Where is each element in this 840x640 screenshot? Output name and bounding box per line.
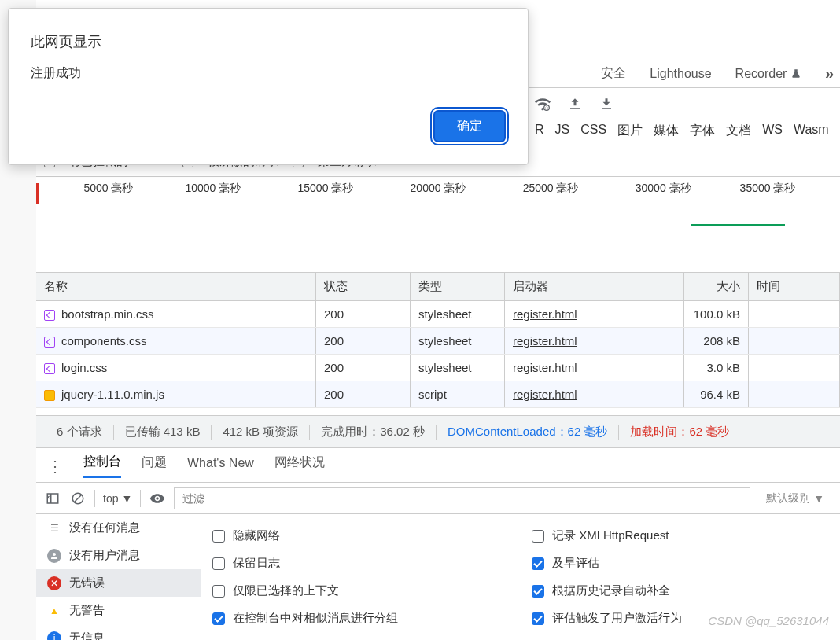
status-requests: 6 个请求 [46, 425, 114, 440]
tab-whatsnew[interactable]: What's New [187, 456, 254, 476]
cell-name: jquery-1.11.0.min.js [61, 388, 164, 401]
col-name[interactable]: 名称 [36, 273, 316, 300]
cell-size: 208 kB [684, 328, 749, 354]
col-type[interactable]: 类型 [411, 273, 505, 300]
cell-size: 3.0 kB [684, 355, 749, 381]
status-resources: 412 kB 项资源 [212, 425, 310, 440]
log-level-selector[interactable]: 默认级别 ▼ [758, 491, 832, 506]
cell-initiator[interactable]: register.html [513, 334, 577, 348]
filter-r[interactable]: R [535, 123, 544, 139]
sidebar-item-user[interactable]: 没有用户消息 [36, 542, 201, 569]
filter-media[interactable]: 媒体 [654, 123, 679, 139]
table-row[interactable]: bootstrap.min.css200stylesheetregister.h… [36, 301, 840, 328]
sidebar-toggle-icon[interactable] [44, 490, 61, 507]
checkbox-eager-eval[interactable] [532, 557, 544, 570]
cell-size: 100.0 kB [684, 301, 749, 327]
sidebar-item-all[interactable]: ☰没有任何消息 [36, 514, 201, 542]
filter-js[interactable]: JS [555, 123, 570, 139]
upload-icon[interactable] [568, 97, 582, 113]
css-file-icon [44, 363, 55, 374]
js-alert-dialog: 此网页显示 注册成功 确定 [8, 8, 529, 165]
cell-time [749, 301, 840, 327]
cell-time [749, 328, 840, 354]
sidebar-item-info[interactable]: i无信息 [36, 624, 201, 640]
network-filter-tabs: R JS CSS 图片 媒体 字体 文档 WS Wasm [535, 123, 840, 139]
network-toolbar [535, 93, 840, 116]
checkbox-hide-network[interactable] [212, 530, 225, 543]
filter-doc[interactable]: 文档 [726, 123, 751, 139]
download-icon[interactable] [599, 97, 613, 113]
tab-network-conditions[interactable]: 网络状况 [274, 454, 325, 477]
cell-name: bootstrap.min.css [61, 307, 154, 321]
context-selector[interactable]: top ▼ [103, 492, 132, 505]
timeline-tick: 10000 毫秒 [185, 182, 241, 196]
col-time[interactable]: 时间 [749, 273, 840, 300]
info-icon: i [47, 631, 61, 641]
sidebar-item-warnings[interactable]: ▲无警告 [36, 597, 201, 624]
timeline-tick: 35000 毫秒 [740, 182, 796, 196]
table-row[interactable]: login.css200stylesheetregister.html3.0 k… [36, 355, 840, 381]
filter-font[interactable]: 字体 [690, 123, 715, 139]
cell-type: stylesheet [411, 355, 505, 381]
table-row[interactable]: components.css200stylesheetregister.html… [36, 328, 840, 355]
flask-icon [790, 68, 801, 79]
tab-recorder[interactable]: Recorder [735, 67, 801, 81]
tab-issues[interactable]: 问题 [142, 454, 167, 477]
status-domcontentloaded: DOMContentLoaded：62 毫秒 [437, 425, 619, 440]
console-sidebar: ☰没有任何消息 没有用户消息 ✕无错误 ▲无警告 i无信息 [36, 514, 201, 640]
clear-console-icon[interactable] [69, 490, 87, 507]
checkbox-log-xhr[interactable] [532, 530, 544, 543]
watermark: CSDN @qq_52631044 [708, 614, 829, 627]
wifi-settings-icon[interactable] [535, 96, 551, 114]
col-initiator[interactable]: 启动器 [505, 273, 684, 300]
checkbox-selected-context[interactable] [212, 585, 225, 598]
timeline-tick: 15000 毫秒 [297, 182, 353, 196]
more-tabs-icon[interactable]: » [825, 64, 834, 83]
tab-console[interactable]: 控制台 [83, 454, 121, 478]
css-file-icon [44, 337, 55, 348]
svg-point-0 [544, 105, 550, 110]
table-header: 名称 状态 类型 启动器 大小 时间 [36, 272, 840, 301]
sidebar-item-errors[interactable]: ✕无错误 [36, 569, 201, 597]
kebab-menu-icon[interactable]: ⋮ [47, 457, 63, 476]
filter-ws[interactable]: WS [762, 123, 783, 139]
network-status-bar: 6 个请求 已传输 413 kB 412 kB 项资源 完成用时：36.02 秒… [36, 415, 840, 448]
cell-size: 96.4 kB [684, 381, 749, 407]
table-row[interactable]: jquery-1.11.0.min.js200scriptregister.ht… [36, 381, 840, 408]
timeline-activity-bar [691, 224, 785, 226]
live-expression-icon[interactable] [149, 490, 166, 507]
tab-lighthouse[interactable]: Lighthouse [650, 67, 711, 81]
timeline-tick: 30000 毫秒 [636, 182, 691, 196]
network-table: 名称 状态 类型 启动器 大小 时间 bootstrap.min.css200s… [36, 272, 840, 408]
checkbox-user-activation[interactable] [532, 612, 544, 625]
cell-time [749, 381, 840, 407]
checkbox-preserve-log[interactable] [212, 557, 225, 570]
warning-icon: ▲ [47, 604, 61, 618]
checkbox-group-similar[interactable] [212, 612, 225, 625]
cell-status: 200 [316, 328, 411, 354]
timeline-tick: 25000 毫秒 [523, 182, 579, 196]
cell-initiator[interactable]: register.html [513, 388, 577, 401]
checkbox-autocomplete[interactable] [532, 585, 544, 598]
list-icon: ☰ [47, 521, 61, 535]
css-file-icon [44, 310, 55, 321]
timeline-tick: 20000 毫秒 [411, 182, 466, 196]
console-filter-input[interactable] [174, 487, 750, 509]
filter-css[interactable]: CSS [580, 123, 606, 139]
cell-status: 200 [316, 355, 411, 381]
cell-type: stylesheet [411, 301, 505, 327]
col-status[interactable]: 状态 [316, 273, 411, 300]
cell-time [749, 355, 840, 381]
col-size[interactable]: 大小 [684, 273, 749, 300]
cell-initiator[interactable]: register.html [513, 361, 577, 374]
status-finish: 完成用时：36.02 秒 [310, 425, 437, 440]
filter-img[interactable]: 图片 [617, 123, 643, 139]
network-timeline[interactable]: 5000 毫秒 10000 毫秒 15000 毫秒 20000 毫秒 25000… [36, 176, 840, 270]
tab-security[interactable]: 安全 [601, 65, 626, 82]
filter-wasm[interactable]: Wasm [794, 123, 829, 139]
cell-initiator[interactable]: register.html [513, 307, 577, 321]
dialog-message: 注册成功 [31, 65, 506, 82]
dialog-title: 此网页显示 [31, 32, 506, 51]
cell-type: stylesheet [411, 328, 505, 354]
ok-button[interactable]: 确定 [433, 110, 506, 142]
